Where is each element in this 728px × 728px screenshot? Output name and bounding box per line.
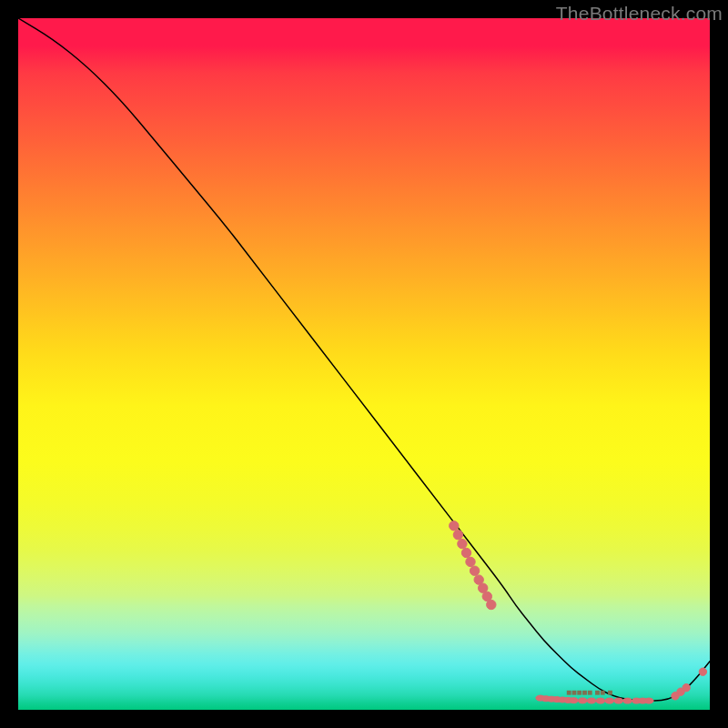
- dot-cluster-upturn: [672, 668, 707, 700]
- data-dot: [466, 557, 475, 566]
- data-dot: [461, 548, 470, 557]
- data-dot: [578, 698, 587, 703]
- data-dot: [569, 698, 578, 703]
- data-dot: [587, 698, 596, 703]
- dot-cluster-slope: [450, 521, 496, 610]
- plot-area: ■■■■■ ■■ ■: [18, 18, 710, 710]
- data-dot: [470, 566, 479, 575]
- data-dot: [623, 698, 632, 703]
- data-dot: [487, 600, 496, 609]
- data-dot: [682, 684, 690, 692]
- data-dot: [699, 668, 706, 675]
- data-dot: [614, 698, 623, 703]
- data-dot: [450, 521, 459, 531]
- data-dot: [596, 698, 605, 703]
- data-dot: [458, 539, 467, 548]
- chart-stage: TheBottleneck.com ■■■■■ ■■ ■: [0, 0, 728, 728]
- watermark-text: TheBottleneck.com: [556, 3, 723, 25]
- bottom-tick-label: ■■■■■ ■■ ■: [566, 687, 612, 697]
- data-dot: [605, 698, 614, 703]
- chart-overlay: ■■■■■ ■■ ■: [18, 18, 710, 710]
- data-dot: [644, 698, 653, 703]
- bottleneck-curve: [18, 18, 710, 701]
- data-dot: [453, 531, 462, 540]
